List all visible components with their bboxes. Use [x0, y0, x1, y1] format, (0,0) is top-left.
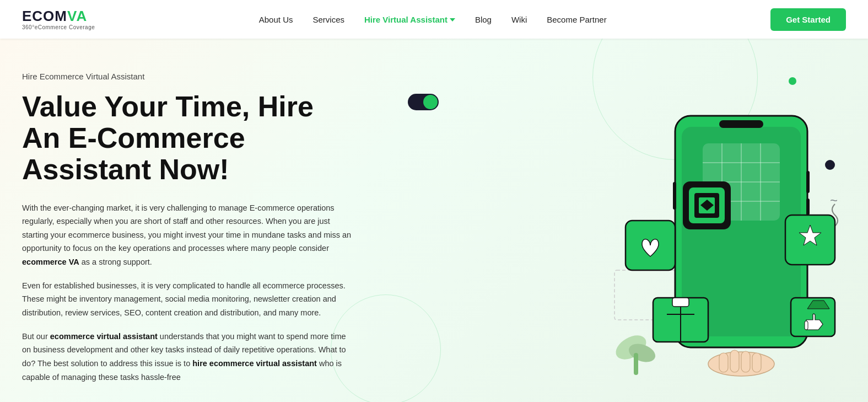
- svg-rect-31: [752, 353, 761, 372]
- toggle-decoration: [408, 94, 439, 110]
- toggle-track: [408, 94, 439, 110]
- main-nav: About Us Services Hire Virtual Assistant…: [259, 15, 607, 24]
- hero-para1: With the ever-changing market, it is ver…: [22, 201, 353, 269]
- phone-illustration: [581, 83, 857, 402]
- logo-va: VA: [67, 8, 87, 24]
- svg-rect-30: [741, 351, 750, 372]
- logo-ecom: ECOM: [22, 8, 67, 24]
- nav-blog[interactable]: Blog: [475, 15, 492, 24]
- nav-services[interactable]: Services: [312, 15, 344, 24]
- hero-para3: But our ecommerce virtual assistant unde…: [22, 330, 353, 384]
- svg-rect-6: [719, 120, 763, 128]
- svg-rect-3: [634, 353, 638, 375]
- hero-content: Hire Ecommerce Virtual Assistant Value Y…: [22, 72, 375, 394]
- nav-hire-va[interactable]: Hire Virtual Assistant: [364, 15, 455, 24]
- nav-wiki[interactable]: Wiki: [511, 15, 527, 24]
- site-header: ECOMVA 360°eCommerce Coverage About Us S…: [0, 0, 868, 39]
- hero-section: Hire Ecommerce Virtual Assistant Value Y…: [0, 39, 868, 402]
- svg-rect-23: [672, 298, 689, 307]
- logo-subtitle: 360°eCommerce Coverage: [22, 24, 95, 30]
- svg-rect-7: [806, 171, 810, 193]
- hero-eyebrow: Hire Ecommerce Virtual Assistant: [22, 72, 353, 81]
- get-started-button[interactable]: Get Started: [770, 8, 846, 31]
- logo[interactable]: ECOMVA 360°eCommerce Coverage: [22, 9, 95, 30]
- nav-about[interactable]: About Us: [259, 15, 293, 24]
- squiggle-decoration: ~: [830, 193, 838, 208]
- svg-rect-8: [806, 199, 810, 215]
- nav-become-partner[interactable]: Become Partner: [547, 15, 606, 24]
- svg-rect-29: [730, 350, 739, 372]
- hero-para2: Even for established businesses, it is v…: [22, 279, 353, 320]
- toggle-knob: [423, 95, 438, 109]
- chevron-down-icon: [450, 18, 455, 22]
- hero-illustration: ~: [375, 72, 846, 392]
- svg-rect-26: [805, 321, 808, 330]
- hero-title: Value Your Time, Hire An E-Commerce Assi…: [22, 91, 353, 186]
- svg-rect-9: [673, 182, 676, 210]
- svg-rect-28: [719, 353, 728, 372]
